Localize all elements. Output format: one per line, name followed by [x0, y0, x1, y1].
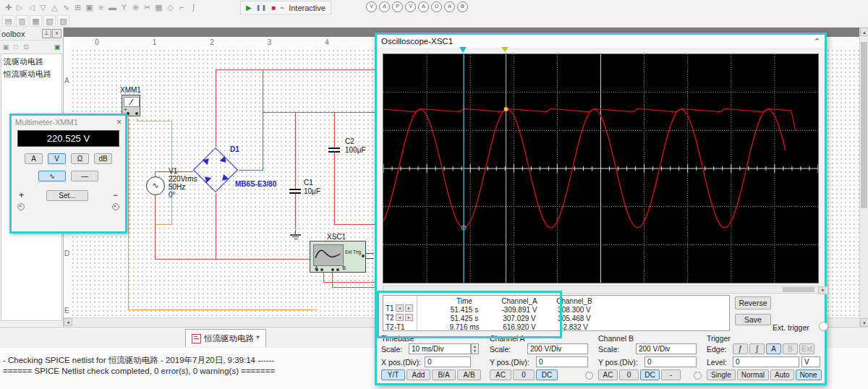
cursor1-marker[interactable]: [459, 47, 467, 53]
plus-terminal[interactable]: [17, 203, 25, 210]
toolbox-toolbar-icon[interactable]: ⊡: [22, 43, 30, 51]
mode-button[interactable]: Ω: [71, 153, 89, 164]
wire[interactable]: [155, 195, 156, 260]
trigger-edge-button[interactable]: ʃ: [749, 343, 765, 354]
pin-icon[interactable]: ⊥: [42, 29, 51, 38]
toolbox-toolbar-icon[interactable]: □: [12, 43, 20, 51]
capacitor-c1[interactable]: [289, 183, 301, 200]
project-tree-item[interactable]: 恒流驱动电路: [1, 68, 61, 80]
probe-icon[interactable]: A: [379, 1, 390, 12]
timebase-spinner[interactable]: ▲▼: [471, 343, 479, 354]
vscroll-thumb[interactable]: [861, 42, 867, 208]
wire[interactable]: [365, 253, 374, 254]
component-toolbar-icon[interactable]: ≡: [95, 2, 106, 13]
channel-a-coupling-button[interactable]: DC: [536, 369, 558, 380]
channel-a-ypos-input[interactable]: 0: [536, 356, 588, 367]
mode-button[interactable]: A: [25, 153, 43, 164]
component-toolbar-icon[interactable]: Y: [119, 2, 129, 13]
mode-button[interactable]: V: [48, 153, 66, 164]
collapse-icon[interactable]: ⌃: [814, 37, 820, 46]
trigger-edge-button[interactable]: A: [766, 343, 781, 354]
ext-trigger-terminal[interactable]: [819, 322, 828, 331]
t2-right-icon[interactable]: ▸: [405, 314, 413, 321]
wire[interactable]: [216, 193, 216, 260]
wire[interactable]: [128, 118, 129, 309]
trigger-mode-button[interactable]: None: [796, 369, 822, 380]
pause-icon[interactable]: ❚❚: [256, 4, 267, 11]
channel-a-coupling-button[interactable]: 0: [513, 369, 535, 380]
component-toolbar-icon[interactable]: ∫: [188, 2, 199, 13]
channel-b-scale-input[interactable]: 200 V/Div: [636, 343, 697, 354]
sheet-tab[interactable]: 恒流驱动电路 *: [185, 329, 266, 347]
wire[interactable]: [155, 224, 172, 225]
component-toolbar-icon[interactable]: ⌐: [176, 2, 187, 13]
set-button[interactable]: Set...: [46, 190, 88, 201]
timebase-mode-button[interactable]: Y/T: [381, 369, 405, 380]
component-toolbar-icon[interactable]: ▬: [107, 2, 118, 13]
close-icon[interactable]: x: [52, 29, 61, 38]
t1-left-icon[interactable]: ◂: [396, 304, 404, 312]
component-toolbar-icon[interactable]: ⊞: [72, 2, 83, 13]
scope-scroll-right-icon[interactable]: ▸: [818, 286, 828, 294]
wire[interactable]: [263, 69, 263, 171]
reverse-button[interactable]: Reverse: [735, 296, 771, 309]
wire[interactable]: [334, 224, 379, 225]
wire[interactable]: [365, 258, 374, 259]
scroll-up-icon[interactable]: ▴: [860, 27, 868, 36]
wire[interactable]: [290, 234, 301, 236]
t1-right-icon[interactable]: ▸: [405, 304, 413, 312]
save-button[interactable]: Save: [735, 314, 771, 325]
probe-icon[interactable]: A: [418, 1, 429, 12]
wire[interactable]: [216, 69, 216, 147]
signal-button[interactable]: ∿: [38, 171, 66, 181]
probe-icon[interactable]: V: [405, 1, 416, 12]
timebase-scale-input[interactable]: 10 ms/Div: [409, 343, 471, 354]
multimeter-titlebar[interactable]: Multimeter-XMM1 ×: [12, 116, 125, 129]
wire[interactable]: [323, 273, 324, 282]
component-toolbar-icon[interactable]: ◁: [26, 2, 37, 13]
component-toolbar-icon[interactable]: ∿: [61, 2, 72, 13]
trigger-mode-button[interactable]: Auto: [770, 369, 794, 380]
wire[interactable]: [332, 273, 333, 287]
oscilloscope-window[interactable]: Oscilloscope-XSC1 ⌃ ▸ T1 ◂ ▸ T2 ◂ ▸ T2-T…: [375, 33, 827, 385]
wire[interactable]: [332, 287, 375, 288]
workspace-vscrollbar[interactable]: ▴ ▾: [859, 27, 868, 327]
scope-hscroll-thumb[interactable]: [783, 287, 814, 292]
run-icon[interactable]: ▶: [246, 4, 252, 12]
wire[interactable]: [263, 112, 378, 113]
trigger-mode-button[interactable]: Single: [707, 369, 736, 380]
trigger-level-unit[interactable]: V: [801, 356, 820, 367]
oscilloscope-component[interactable]: Ext Trig A B: [310, 241, 366, 273]
trigger-edge-button[interactable]: ƒ: [733, 343, 748, 354]
project-tree-item[interactable]: 流驱动电路: [1, 56, 61, 68]
wire[interactable]: [216, 69, 391, 70]
scroll-down-icon[interactable]: ▾: [860, 318, 868, 327]
graph-toolbar-icon[interactable]: ▤: [2, 15, 14, 27]
component-toolbar-icon[interactable]: ▽: [38, 2, 48, 13]
probe-icon[interactable]: A: [444, 1, 455, 12]
component-toolbar-icon[interactable]: ✂: [142, 2, 153, 13]
trigger-edge-button[interactable]: Ext: [799, 343, 814, 354]
channel-b-probe-radio[interactable]: [694, 372, 702, 380]
channel-a-coupling-button[interactable]: AC: [490, 369, 511, 380]
wire[interactable]: [294, 239, 298, 239]
t2-left-icon[interactable]: ◂: [396, 314, 404, 321]
channel-b-coupling-button[interactable]: 0: [619, 369, 639, 380]
toolbox-toolbar-icon[interactable]: ▣: [1, 43, 10, 51]
probe-icon[interactable]: V: [366, 1, 377, 12]
wire[interactable]: [155, 259, 317, 260]
graph-toolbar-icon[interactable]: ▨: [57, 15, 69, 27]
wire[interactable]: [334, 112, 335, 143]
probe-icon[interactable]: O: [431, 1, 442, 12]
component-toolbar-icon[interactable]: ▦: [153, 2, 164, 13]
channel-b-coupling-button[interactable]: DC: [640, 369, 660, 380]
component-toolbar-icon[interactable]: ▣: [84, 2, 95, 13]
toolbox-capture-icon[interactable]: ▣: [53, 43, 61, 51]
timebase-mode-button[interactable]: Add: [407, 369, 430, 380]
timebase-mode-button[interactable]: B/A: [432, 369, 456, 380]
trigger-edge-button[interactable]: B: [783, 343, 798, 354]
wire[interactable]: [292, 236, 299, 237]
graph-toolbar-icon[interactable]: ▧: [43, 15, 56, 27]
trigger-level-input[interactable]: 0: [733, 356, 799, 367]
graph-toolbar-icon[interactable]: ▦: [30, 15, 42, 27]
